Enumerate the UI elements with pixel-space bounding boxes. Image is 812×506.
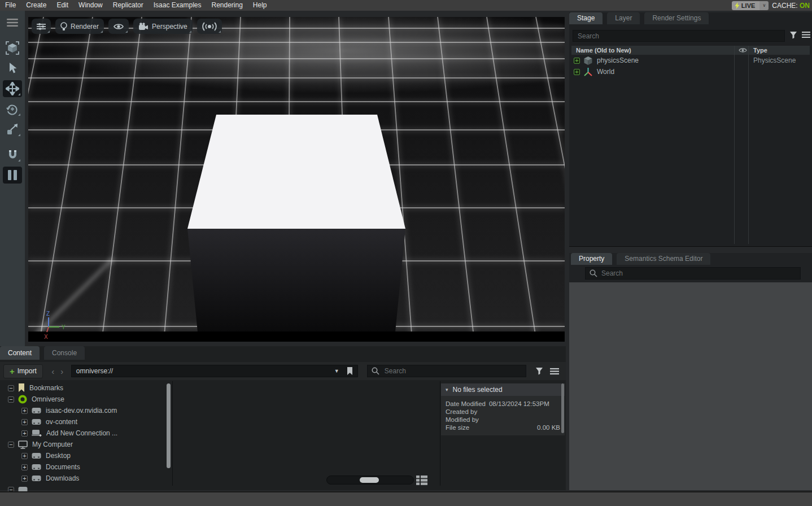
details-divider <box>440 381 440 486</box>
menu-create[interactable]: Create <box>21 0 51 11</box>
snap-tool-button[interactable] <box>3 146 22 163</box>
menu-bar-right: LIVE ∨ CACHE: ON <box>732 0 810 11</box>
menu-file[interactable]: File <box>0 0 21 11</box>
select-tool-button[interactable] <box>3 60 22 77</box>
prim-cube-icon <box>583 56 593 66</box>
tree-item-documents[interactable]: + Documents <box>19 461 80 473</box>
visibility-button[interactable] <box>108 19 129 34</box>
viewport-letterbox <box>28 331 565 342</box>
details-scrollbar[interactable] <box>561 383 564 433</box>
menu-isaac-examples[interactable]: Isaac Examples <box>149 0 207 11</box>
tree-item-my-computer[interactable]: − My Computer <box>6 439 73 450</box>
camera-button[interactable]: Perspective <box>133 19 193 34</box>
toolbar-menu-button[interactable] <box>3 14 22 31</box>
tree-item-label: Documents <box>46 463 80 471</box>
view-mode-button[interactable] <box>416 476 427 485</box>
broadcast-button[interactable] <box>197 19 222 34</box>
menu-rendering[interactable]: Rendering <box>206 0 247 11</box>
detail-label: File size <box>446 424 469 432</box>
select-mode-button[interactable] <box>3 40 22 56</box>
prim-name: World <box>597 68 614 76</box>
import-label: Import <box>18 367 37 375</box>
stage-tabs: Stage Layer Render Settings <box>569 12 709 24</box>
import-button[interactable]: + Import <box>3 364 43 378</box>
tab-layer[interactable]: Layer <box>607 12 640 24</box>
column-name[interactable]: Name (Old to New) <box>571 47 631 54</box>
tab-render-settings[interactable]: Render Settings <box>644 12 709 24</box>
tab-stage[interactable]: Stage <box>569 12 603 24</box>
expand-icon[interactable]: + <box>21 464 28 470</box>
stage-row-physics-scene[interactable]: + physicsScene PhysicsScene <box>571 55 810 66</box>
tree-item-isaac-dev-server[interactable]: + isaac-dev.ov.nvidia.com <box>19 405 117 416</box>
stage-filter-button[interactable] <box>789 31 797 39</box>
stage-tree-header[interactable]: Name (Old to New) Type <box>571 46 810 55</box>
visibility-column-icon <box>739 47 747 53</box>
omniverse-logo-icon <box>18 395 27 404</box>
details-header[interactable]: ▾ No files selected <box>441 383 565 396</box>
expand-icon[interactable]: + <box>574 69 580 75</box>
tab-semantics-schema-editor[interactable]: Semantics Schema Editor <box>617 253 710 265</box>
viewport-settings-button[interactable] <box>32 19 51 34</box>
tree-item-desktop[interactable]: + Desktop <box>19 450 71 461</box>
details-body: Date Modified 08/13/2024 12:53PM Created… <box>441 396 565 435</box>
stage-options-button[interactable] <box>802 31 810 38</box>
renderer-button[interactable]: Renderer <box>55 19 104 34</box>
tree-item-omniverse[interactable]: − Omniverse <box>6 394 64 405</box>
viewport-toolbar-left <box>0 11 25 346</box>
stage-panel: Stage Layer Render Settings Name (Old to… <box>569 12 812 247</box>
tab-console[interactable]: Console <box>44 346 85 360</box>
move-tool-button[interactable] <box>3 80 22 97</box>
tab-property[interactable]: Property <box>571 253 612 265</box>
path-field[interactable]: omniverse:// ▼ <box>71 365 358 377</box>
menu-window[interactable]: Window <box>73 0 108 11</box>
rotate-icon <box>6 102 19 116</box>
property-search-input[interactable] <box>585 267 801 280</box>
tree-item-downloads[interactable]: + Downloads <box>19 473 79 484</box>
tab-content[interactable]: Content <box>0 346 40 360</box>
scale-tool-button[interactable] <box>3 121 22 138</box>
funnel-icon <box>789 31 797 39</box>
expand-icon[interactable]: + <box>21 453 28 459</box>
expand-icon[interactable]: + <box>21 408 28 414</box>
collapse-icon[interactable]: − <box>8 396 14 403</box>
nav-forward-button[interactable]: › <box>58 367 67 376</box>
expand-icon[interactable]: + <box>21 430 28 437</box>
thumbnail-size-slider[interactable] <box>326 476 414 485</box>
collapse-icon[interactable]: − <box>8 385 14 391</box>
content-search-wrap <box>367 365 526 377</box>
column-type[interactable]: Type <box>753 47 767 54</box>
bookmark-icon[interactable] <box>347 367 353 376</box>
live-button[interactable]: LIVE <box>732 1 759 10</box>
collapse-icon[interactable]: − <box>8 442 14 448</box>
expand-icon[interactable]: + <box>574 58 580 64</box>
pause-icon <box>7 169 18 181</box>
pause-button[interactable] <box>3 167 22 184</box>
menu-replicator[interactable]: Replicator <box>108 0 149 11</box>
content-options-button[interactable] <box>550 368 559 375</box>
nav-back-button[interactable]: ‹ <box>49 367 58 376</box>
cube-mesh[interactable] <box>187 115 405 332</box>
tree-scrollbar[interactable] <box>167 383 171 468</box>
scale-icon <box>6 123 19 136</box>
path-dropdown-icon[interactable]: ▼ <box>334 368 339 374</box>
tree-item-ov-content[interactable]: + ov-content <box>19 416 77 428</box>
prim-type: PhysicsScene <box>753 56 796 64</box>
content-filter-button[interactable] <box>535 367 543 375</box>
content-search-input[interactable] <box>367 365 526 377</box>
expand-icon[interactable]: + <box>21 476 28 482</box>
stage-row-world[interactable]: + World <box>571 66 810 77</box>
axis-y-label: Y <box>62 324 66 330</box>
slider-thumb[interactable] <box>360 477 379 483</box>
server-icon <box>32 418 41 426</box>
live-dropdown-button[interactable]: ∨ <box>759 1 769 10</box>
rotate-tool-button[interactable] <box>3 101 22 117</box>
hamburger-icon <box>550 368 559 375</box>
viewport-3d[interactable]: Z Y X Renderer <box>28 17 565 342</box>
stage-search-input[interactable] <box>573 30 785 42</box>
menu-help[interactable]: Help <box>248 0 272 11</box>
live-label: LIVE <box>741 2 755 9</box>
expand-icon[interactable]: + <box>21 419 28 425</box>
menu-edit[interactable]: Edit <box>51 0 73 11</box>
tree-item-add-new-connection[interactable]: + Add New Connection ... <box>19 428 117 439</box>
tree-item-bookmarks[interactable]: − Bookmarks <box>6 382 63 394</box>
